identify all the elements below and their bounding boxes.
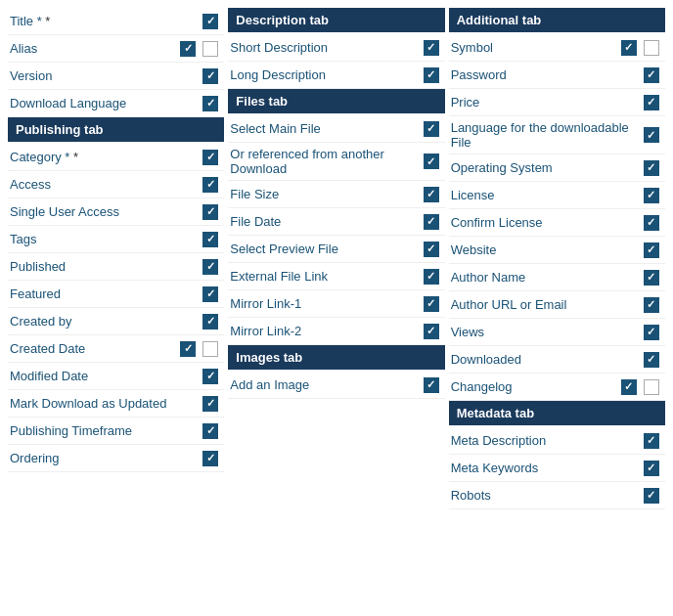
row-label: Access	[10, 177, 202, 192]
checkbox-checked[interactable]	[180, 341, 196, 357]
checkbox-checked[interactable]	[424, 324, 439, 339]
row-label: Symbol	[451, 40, 621, 55]
checkbox-unchecked[interactable]	[202, 41, 218, 57]
row-label: Mirror Link-2	[230, 324, 423, 338]
row-label: Operating System	[451, 160, 644, 175]
section-header: Metadata tab	[449, 401, 665, 425]
checkbox-checked[interactable]	[202, 423, 218, 439]
checkbox-checked[interactable]	[424, 214, 439, 230]
checkbox-checked[interactable]	[644, 215, 659, 231]
checkbox-checked[interactable]	[644, 160, 659, 176]
checkbox-checked[interactable]	[202, 451, 218, 466]
row-label: Download Language	[10, 96, 202, 110]
table-row: Created by	[8, 308, 224, 335]
checkbox-group	[644, 188, 663, 203]
checkbox-checked[interactable]	[424, 296, 439, 312]
row-label: Created by	[10, 314, 202, 329]
row-label: Add an Image	[230, 377, 423, 392]
checkbox-group	[202, 150, 222, 165]
checkbox-unchecked[interactable]	[644, 40, 659, 56]
checkbox-checked[interactable]	[180, 41, 196, 57]
row-label: Category *	[10, 150, 202, 164]
row-label: Or referenced from another Download	[230, 147, 423, 176]
checkbox-group	[424, 269, 443, 285]
checkbox-checked[interactable]	[202, 396, 218, 412]
table-row: Category *	[8, 144, 224, 171]
checkbox-checked[interactable]	[202, 314, 218, 330]
checkbox-checked[interactable]	[202, 204, 218, 220]
checkbox-checked[interactable]	[424, 121, 439, 137]
checkbox-checked[interactable]	[621, 379, 637, 395]
table-row: Or referenced from another Download	[228, 143, 444, 181]
table-row: Author Name	[449, 264, 665, 291]
checkbox-checked[interactable]	[621, 40, 637, 56]
checkbox-checked[interactable]	[424, 187, 439, 202]
checkbox-checked[interactable]	[644, 433, 659, 449]
checkbox-checked[interactable]	[644, 325, 659, 340]
checkbox-checked[interactable]	[202, 369, 218, 384]
table-row: Confirm License	[449, 209, 665, 237]
checkbox-checked[interactable]	[202, 286, 218, 302]
section-header: Images tab	[228, 345, 444, 370]
checkbox-group	[644, 242, 663, 258]
checkbox-group	[644, 215, 663, 231]
row-label: Version	[10, 68, 202, 83]
checkbox-checked[interactable]	[202, 259, 218, 275]
table-row: Meta Description	[449, 427, 665, 455]
checkbox-checked[interactable]	[644, 297, 659, 313]
checkbox-checked[interactable]	[424, 40, 439, 56]
checkbox-checked[interactable]	[424, 377, 439, 393]
row-label: File Size	[230, 187, 423, 201]
checkbox-checked[interactable]	[202, 150, 218, 165]
checkbox-checked[interactable]	[202, 14, 218, 29]
checkbox-group	[202, 204, 222, 220]
row-label: Robots	[451, 488, 644, 503]
checkbox-group	[644, 488, 663, 504]
checkbox-unchecked[interactable]	[202, 341, 218, 357]
checkbox-group	[644, 461, 663, 476]
checkbox-group	[644, 270, 663, 286]
checkbox-checked[interactable]	[644, 127, 659, 143]
row-label: Mark Download as Updated	[10, 396, 202, 411]
row-label: Modified Date	[10, 369, 202, 383]
row-label: Long Description	[230, 67, 423, 82]
checkbox-checked[interactable]	[644, 352, 659, 368]
row-label: External File Link	[230, 269, 423, 284]
table-row: Downloaded	[449, 346, 665, 374]
checkbox-checked[interactable]	[644, 67, 659, 83]
row-label: Confirm License	[451, 215, 644, 230]
checkbox-checked[interactable]	[644, 488, 659, 504]
row-label: Downloaded	[451, 352, 644, 367]
table-row: Mirror Link-2	[228, 318, 444, 345]
checkbox-checked[interactable]	[644, 188, 659, 203]
table-row: File Date	[228, 208, 444, 236]
checkbox-unchecked[interactable]	[644, 379, 659, 395]
checkbox-checked[interactable]	[644, 242, 659, 258]
checkbox-checked[interactable]	[202, 96, 218, 111]
table-row: External File Link	[228, 263, 444, 290]
checkbox-checked[interactable]	[644, 270, 659, 286]
checkbox-group	[202, 177, 222, 193]
section-header: Publishing tab	[8, 117, 224, 142]
checkbox-checked[interactable]	[644, 461, 659, 476]
table-row: Symbol	[449, 34, 665, 62]
table-row: Short Description	[228, 34, 444, 62]
checkbox-checked[interactable]	[424, 67, 439, 83]
table-row: License	[449, 182, 665, 209]
checkbox-checked[interactable]	[424, 242, 439, 257]
checkbox-checked[interactable]	[644, 95, 659, 110]
checkbox-checked[interactable]	[202, 232, 218, 247]
checkbox-checked[interactable]	[202, 68, 218, 84]
checkbox-group	[202, 451, 222, 466]
checkbox-checked[interactable]	[424, 269, 439, 285]
checkbox-group	[424, 377, 443, 393]
checkbox-group	[202, 232, 222, 247]
checkbox-checked[interactable]	[424, 154, 439, 169]
row-label: Author Name	[451, 270, 644, 285]
checkbox-group	[644, 95, 663, 110]
row-label: File Date	[230, 214, 423, 229]
checkbox-checked[interactable]	[202, 177, 218, 193]
checkbox-group	[180, 341, 222, 357]
checkbox-group	[202, 369, 222, 384]
table-row: Changelog	[449, 374, 665, 401]
